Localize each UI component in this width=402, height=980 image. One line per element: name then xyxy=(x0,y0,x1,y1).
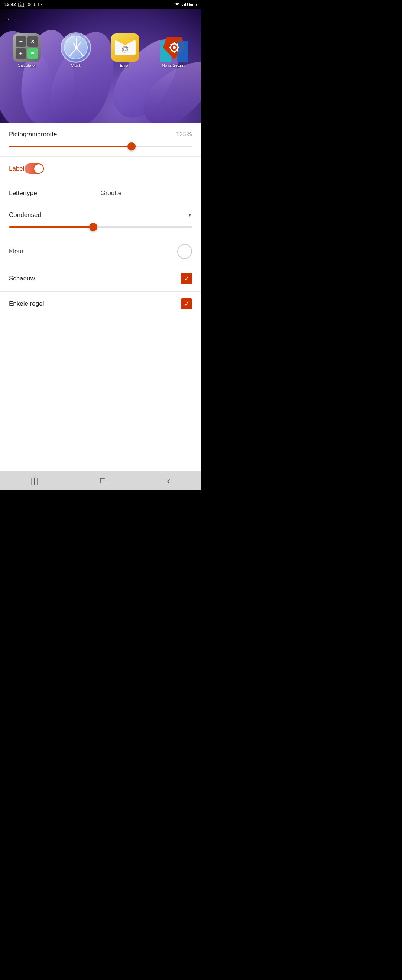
svg-marker-13 xyxy=(177,41,188,62)
grootte-label: Grootte xyxy=(101,189,192,197)
nova-icon-bg xyxy=(160,33,188,62)
recents-button[interactable]: ||| xyxy=(31,477,39,485)
app-icons-row: − × + = Calculator xyxy=(0,33,201,68)
font-row: Lettertype Grootte xyxy=(0,181,201,205)
svg-line-20 xyxy=(170,44,172,45)
slider-track-2 xyxy=(9,226,192,228)
clock-face xyxy=(64,36,88,59)
svg-line-23 xyxy=(170,50,172,51)
icon-size-header: Pictogramgrootte 125% xyxy=(9,131,192,138)
status-right-icons xyxy=(174,2,197,7)
slider-thumb-1[interactable] xyxy=(127,142,136,150)
calculator-icon: − × + = xyxy=(13,33,41,62)
label-toggle-row: Label xyxy=(0,157,201,181)
settings-icon xyxy=(26,2,32,7)
calculator-label: Calculator xyxy=(17,63,36,68)
settings-panel: Pictogramgrootte 125% Label Lettertype G… xyxy=(0,123,201,471)
condensed-header: Condensed ▼ xyxy=(9,212,192,219)
calc-equals: = xyxy=(27,48,38,59)
label-toggle-label: Label xyxy=(9,165,24,172)
email-icon: @ xyxy=(111,33,139,62)
battery-indicator xyxy=(189,3,197,6)
svg-line-22 xyxy=(177,44,178,45)
clock-icon xyxy=(62,33,90,62)
icon-size-row: Pictogramgrootte 125% xyxy=(0,123,201,156)
svg-point-15 xyxy=(173,46,176,49)
svg-rect-2 xyxy=(20,3,21,3)
clock-icon-container xyxy=(62,33,90,62)
svg-point-3 xyxy=(28,4,30,6)
svg-line-7 xyxy=(70,48,76,56)
slider-thumb-2[interactable] xyxy=(89,223,97,231)
calculator-app-icon[interactable]: − × + = Calculator xyxy=(4,33,50,68)
at-symbol: @ xyxy=(121,45,129,53)
wifi-icon xyxy=(174,2,180,7)
email-label: Email xyxy=(120,63,130,68)
toggle-knob xyxy=(34,164,43,173)
signal-bars xyxy=(182,3,187,6)
clock-label: Clock xyxy=(71,63,81,68)
nova-app-icon[interactable]: Nova Settin... xyxy=(151,33,197,68)
home-button[interactable]: □ xyxy=(100,476,105,485)
shadow-row: Schaduw ✓ xyxy=(0,266,201,291)
calc-times: × xyxy=(27,37,38,47)
cast-icon xyxy=(34,2,39,7)
icon-size-label: Pictogramgrootte xyxy=(9,131,176,138)
color-circle[interactable] xyxy=(177,244,192,259)
shadow-label: Schaduw xyxy=(9,275,181,282)
shadow-checkbox[interactable]: ✓ xyxy=(181,273,192,284)
svg-point-10 xyxy=(75,47,78,49)
photo-icon xyxy=(18,2,24,7)
lettertype-label: Lettertype xyxy=(9,189,101,197)
label-toggle-switch[interactable] xyxy=(24,164,44,174)
back-nav-button[interactable]: ‹ xyxy=(167,475,170,487)
slider-fill-1 xyxy=(9,146,132,147)
clock-app-icon[interactable]: Clock xyxy=(53,33,99,68)
svg-line-9 xyxy=(76,41,81,48)
condensed-row: Condensed ▼ xyxy=(0,205,201,237)
clock-svg xyxy=(65,37,89,60)
single-line-row: Enkele regel ✓ xyxy=(0,292,201,316)
single-line-checkbox[interactable]: ✓ xyxy=(181,298,192,309)
icon-size-value: 125% xyxy=(176,131,192,138)
svg-line-21 xyxy=(177,50,178,51)
email-icon-bg: @ xyxy=(111,33,139,62)
slider-track-1 xyxy=(9,146,192,147)
calc-minus: − xyxy=(16,37,26,47)
svg-point-1 xyxy=(20,4,22,6)
navigation-bar: ||| □ ‹ xyxy=(0,471,201,490)
calc-plus: + xyxy=(16,48,26,59)
color-label: Kleur xyxy=(9,248,177,255)
email-app-icon[interactable]: @ Email xyxy=(102,33,148,68)
shadow-checkmark: ✓ xyxy=(184,275,189,283)
back-button[interactable]: ← xyxy=(6,13,15,24)
condensed-slider[interactable] xyxy=(9,223,192,231)
dropdown-arrow-icon[interactable]: ▼ xyxy=(187,213,192,218)
single-line-checkmark: ✓ xyxy=(184,300,189,308)
slider-fill-2 xyxy=(9,226,93,228)
status-bar: 12:42 • xyxy=(0,0,201,9)
single-line-label: Enkele regel xyxy=(9,300,181,308)
envelope: @ xyxy=(115,40,136,55)
nova-label: Nova Settin... xyxy=(162,63,186,68)
dot-indicator: • xyxy=(41,3,43,7)
time-display: 12:42 xyxy=(5,2,16,7)
nova-svg xyxy=(160,33,188,62)
svg-line-6 xyxy=(76,48,83,56)
nova-icon xyxy=(160,33,188,62)
color-row: Kleur xyxy=(0,237,201,266)
icon-size-slider[interactable] xyxy=(9,143,192,150)
condensed-label: Condensed xyxy=(9,212,186,219)
svg-rect-0 xyxy=(19,3,24,7)
